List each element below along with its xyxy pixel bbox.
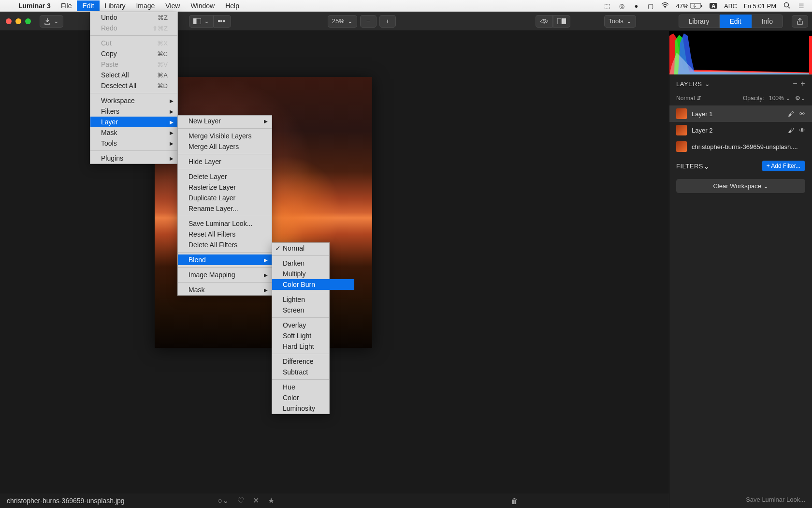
- clear-workspace-button[interactable]: Clear Workspace ⌄: [676, 179, 805, 193]
- filmstrip-view-button[interactable]: [214, 15, 231, 28]
- dropbox-icon[interactable]: ⬚: [603, 2, 611, 10]
- layer-menu-item[interactable]: Blend▶: [178, 254, 272, 265]
- blend-menu-item[interactable]: Color Burn: [272, 279, 354, 290]
- edit-menu-item[interactable]: Workspace▶: [90, 95, 177, 106]
- edit-menu-item[interactable]: Plugins▶: [90, 153, 177, 164]
- edit-menu-item: Redo⇧⌘Z: [90, 23, 177, 33]
- edit-menu-item[interactable]: Filters▶: [90, 106, 177, 117]
- favorite-icon[interactable]: ♡: [237, 496, 244, 505]
- brush-icon[interactable]: 🖌: [788, 110, 794, 118]
- layer-menu-item[interactable]: Rename Layer...: [178, 203, 272, 214]
- menu-window[interactable]: Window: [185, 0, 220, 11]
- export-button[interactable]: ⌄: [40, 15, 63, 28]
- menubar-clock[interactable]: Fri 5:01 PM: [744, 2, 776, 10]
- tab-info[interactable]: Info: [752, 15, 783, 28]
- blend-menu-item[interactable]: ✓Normal: [272, 243, 354, 254]
- layers-header[interactable]: LAYERS⌄ − +: [669, 75, 812, 93]
- tools-dropdown[interactable]: Tools ⌄: [604, 15, 636, 28]
- compare-button[interactable]: [553, 15, 570, 28]
- layer-menu-item[interactable]: Reset All Filters: [178, 229, 272, 239]
- zoom-out-button[interactable]: −: [360, 15, 377, 28]
- blend-menu-item[interactable]: Hue: [272, 382, 354, 392]
- zoom-window[interactable]: [25, 18, 31, 24]
- zoom-in-button[interactable]: +: [379, 15, 396, 28]
- edit-menu-item[interactable]: Mask▶: [90, 127, 177, 138]
- tray-app-icon[interactable]: ●: [632, 2, 640, 10]
- rating-icon[interactable]: ★: [268, 496, 275, 505]
- creative-cloud-icon[interactable]: ◎: [618, 2, 625, 10]
- edit-menu-item[interactable]: Undo⌘Z: [90, 12, 177, 23]
- share-button[interactable]: [792, 15, 808, 28]
- mode-tabs: Library Edit Info: [679, 15, 783, 28]
- menu-library[interactable]: Library: [100, 0, 131, 11]
- blend-menu-item[interactable]: Darken: [272, 258, 354, 269]
- layer-menu-item[interactable]: Delete All Filters: [178, 239, 272, 250]
- add-layer-icon[interactable]: +: [800, 79, 805, 88]
- layer-menu-item[interactable]: Delete Layer: [178, 171, 272, 182]
- layer-menu-item[interactable]: Image Mapping▶: [178, 269, 272, 280]
- layer-menu-item[interactable]: Save Luminar Look...: [178, 218, 272, 229]
- menu-view[interactable]: View: [160, 0, 185, 11]
- edit-menu-item[interactable]: Copy⌘C: [90, 48, 177, 59]
- app-title[interactable]: Luminar 3: [14, 2, 56, 10]
- wifi-icon[interactable]: [661, 2, 669, 10]
- menu-tray: ⬚ ◎ ● ▢ 47% A ABC Fri 5:01 PM ☰: [603, 2, 812, 10]
- save-look-button[interactable]: Save Luminar Look...: [669, 491, 812, 508]
- input-source-label[interactable]: ABC: [724, 2, 737, 10]
- zoom-dropdown[interactable]: 25% ⌄: [328, 15, 357, 28]
- add-filter-button[interactable]: + Add Filter...: [762, 161, 805, 171]
- edit-menu-item[interactable]: Deselect All⌘D: [90, 80, 177, 91]
- close-window[interactable]: [6, 18, 12, 24]
- airplay-icon[interactable]: ▢: [647, 2, 654, 10]
- layer-menu-item[interactable]: Merge Visible Layers: [178, 131, 272, 141]
- layer-row[interactable]: Layer 2 🖌 👁: [669, 122, 812, 138]
- collapse-layers-icon[interactable]: −: [793, 79, 798, 88]
- layer-row[interactable]: Layer 1 🖌 👁: [669, 105, 812, 122]
- blend-menu-item[interactable]: Difference: [272, 356, 354, 367]
- opacity-dropdown[interactable]: 100% ⌄: [769, 95, 790, 102]
- chevron-down-icon: ⌄: [54, 17, 59, 25]
- edit-menu-item[interactable]: Tools▶: [90, 138, 177, 149]
- brush-icon[interactable]: 🖌: [788, 127, 794, 134]
- edit-menu-item[interactable]: Layer▶: [90, 117, 177, 127]
- blend-menu-item[interactable]: Subtract: [272, 367, 354, 377]
- layer-menu-item[interactable]: Rasterize Layer: [178, 182, 272, 193]
- blend-menu-item[interactable]: Soft Light: [272, 330, 354, 341]
- svg-rect-6: [196, 18, 201, 24]
- notification-center-icon[interactable]: ☰: [798, 2, 805, 10]
- visibility-icon[interactable]: 👁: [799, 110, 805, 118]
- color-label-icon[interactable]: ○⌄: [218, 496, 229, 505]
- blend-menu-item[interactable]: Color: [272, 392, 354, 403]
- tab-edit[interactable]: Edit: [720, 15, 752, 28]
- layer-gear-icon[interactable]: ⚙⌄: [795, 95, 805, 102]
- menu-edit[interactable]: Edit: [77, 0, 99, 11]
- spotlight-icon[interactable]: [783, 2, 791, 10]
- blend-menu-item[interactable]: Multiply: [272, 269, 354, 279]
- tab-library[interactable]: Library: [679, 15, 720, 28]
- battery-status[interactable]: 47%: [676, 2, 703, 10]
- blend-menu-item[interactable]: Screen: [272, 305, 354, 315]
- layer-menu-item[interactable]: Merge All Layers: [178, 141, 272, 152]
- menu-file[interactable]: File: [56, 0, 77, 11]
- blend-menu-item[interactable]: Overlay: [272, 320, 354, 330]
- histogram[interactable]: [669, 31, 812, 75]
- single-view-button[interactable]: ⌄: [189, 15, 214, 28]
- layer-menu-item[interactable]: New Layer▶: [178, 116, 272, 126]
- visibility-icon[interactable]: 👁: [799, 127, 805, 134]
- menu-help[interactable]: Help: [220, 0, 245, 11]
- blend-menu-item[interactable]: Hard Light: [272, 341, 354, 352]
- edit-menu-item[interactable]: Select All⌘A: [90, 70, 177, 80]
- layer-menu-item[interactable]: Hide Layer: [178, 156, 272, 167]
- input-source-badge[interactable]: A: [710, 3, 717, 9]
- minimize-window[interactable]: [15, 18, 21, 24]
- menu-image[interactable]: Image: [130, 0, 160, 11]
- layer-row[interactable]: christopher-burns-369659-unsplash....: [669, 138, 812, 155]
- reject-icon[interactable]: ✕: [253, 496, 259, 505]
- layer-menu-item[interactable]: Mask▶: [178, 284, 272, 295]
- blend-menu-item[interactable]: Lighten: [272, 294, 354, 305]
- trash-icon[interactable]: 🗑: [511, 497, 518, 505]
- layer-menu-item[interactable]: Duplicate Layer: [178, 193, 272, 203]
- blend-mode-dropdown[interactable]: Normal ⇵: [676, 95, 701, 102]
- quick-preview-button[interactable]: [536, 15, 553, 28]
- blend-menu-item[interactable]: Luminosity: [272, 403, 354, 414]
